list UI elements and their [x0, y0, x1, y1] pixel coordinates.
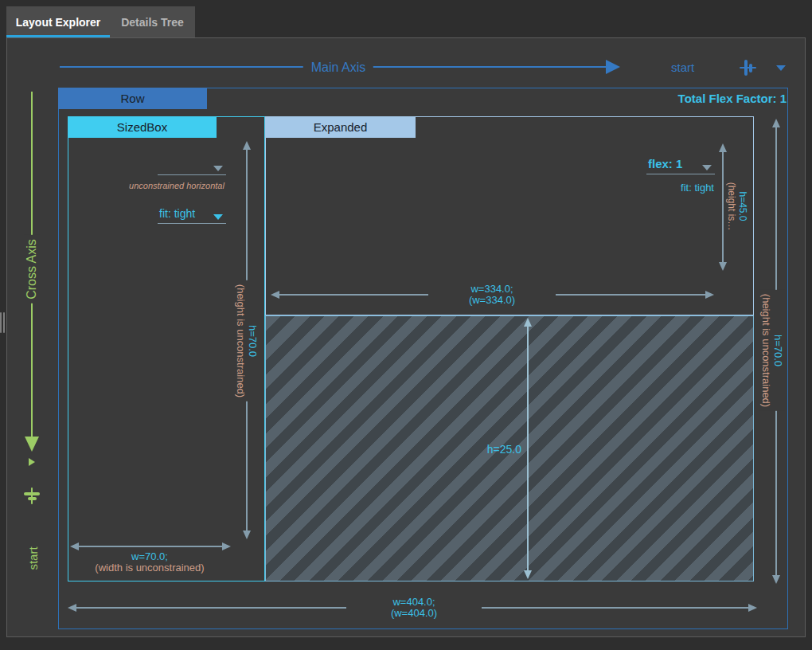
arrowhead-icon [222, 542, 231, 550]
sizedbox-title: SizedBox [117, 120, 167, 134]
total-flex-factor-label: Total Flex Factor: 1 [605, 92, 787, 105]
cross-axis-label: Cross Axis [24, 235, 40, 303]
main-axis-alignment-value[interactable]: start [671, 61, 694, 74]
tab-details-tree-label: Details Tree [121, 16, 184, 29]
arrowhead-icon [524, 318, 532, 327]
sizedbox-fit-dropdown-chevron-icon [213, 214, 223, 220]
expanded-flex-value: flex: 1 [648, 157, 682, 170]
arrowhead-icon [772, 575, 780, 584]
sizedbox-fit-dropdown[interactable]: fit: tight [158, 202, 226, 224]
free-space-height-arrow [527, 324, 529, 571]
sizedbox-size-dropdown-chevron-icon [213, 166, 223, 171]
expanded-flex-dropdown-chevron-icon [702, 165, 712, 170]
expanded-header[interactable]: Expanded [265, 116, 416, 138]
sizedbox-constraint-description: unconstrained horizontal [89, 181, 264, 190]
main-axis-arrowhead-icon [606, 60, 620, 74]
arrowhead-icon [70, 542, 79, 550]
tab-details-tree[interactable]: Details Tree [110, 6, 195, 37]
cross-axis-alignment-icon[interactable] [22, 487, 41, 506]
expanded-flex-dropdown[interactable]: flex: 1 [646, 155, 715, 174]
sizedbox-width-arrow [79, 546, 222, 547]
row-title: Row [120, 92, 144, 105]
layout-explorer-screen: Layout Explorer Details Tree Main Axis s… [0, 0, 812, 650]
arrowhead-icon [748, 604, 757, 612]
arrowhead-icon [719, 143, 727, 152]
active-tab-underline [6, 35, 110, 37]
sizedbox-header[interactable]: SizedBox [68, 116, 217, 138]
main-axis-alignment-icon[interactable] [739, 58, 758, 77]
arrowhead-icon [243, 141, 251, 150]
arrowhead-icon [772, 119, 780, 127]
tab-layout-explorer[interactable]: Layout Explorer [6, 6, 110, 37]
free-space-height-label: h=25.0 [458, 443, 521, 456]
arrowhead-icon [68, 604, 76, 612]
arrowhead-icon [271, 291, 279, 299]
sizedbox-height-label: h=70.0 (height is unconstrained) [234, 280, 260, 401]
row-width-label: w=404.0; (w=404.0) [346, 596, 482, 620]
main-axis-label: Main Axis [303, 61, 373, 75]
expanded-height-label: h=45.0 (height is… [726, 182, 748, 231]
arrowhead-icon [243, 531, 251, 539]
cross-axis-arrowhead-icon [25, 437, 39, 452]
arrowhead-icon [719, 262, 727, 271]
row-header[interactable]: Row [58, 88, 207, 109]
sizedbox-size-dropdown[interactable] [158, 156, 226, 175]
tab-bar: Layout Explorer Details Tree [6, 6, 195, 37]
cross-axis-alignment-value[interactable]: start [26, 546, 40, 570]
cross-axis-alignment-dropdown-chevron-icon[interactable] [29, 458, 35, 466]
main-axis-alignment-dropdown-chevron-icon[interactable] [776, 65, 786, 71]
row-height-label: h=70.0 (height is unconstrained) [759, 290, 785, 411]
expanded-fit-label: fit: tight [646, 182, 714, 194]
sizedbox-fit-value: fit: tight [159, 207, 195, 220]
tab-layout-explorer-label: Layout Explorer [16, 16, 101, 29]
expanded-width-label: w=334.0; (w=334.0) [428, 283, 556, 307]
expanded-title: Expanded [314, 120, 368, 134]
expanded-height-arrow [722, 150, 724, 264]
sizedbox-width-label: w=70.0; (width is unconstrained) [78, 551, 221, 574]
splitter-handle[interactable] [0, 312, 7, 333]
arrowhead-icon [705, 291, 714, 299]
arrowhead-icon [524, 570, 532, 579]
